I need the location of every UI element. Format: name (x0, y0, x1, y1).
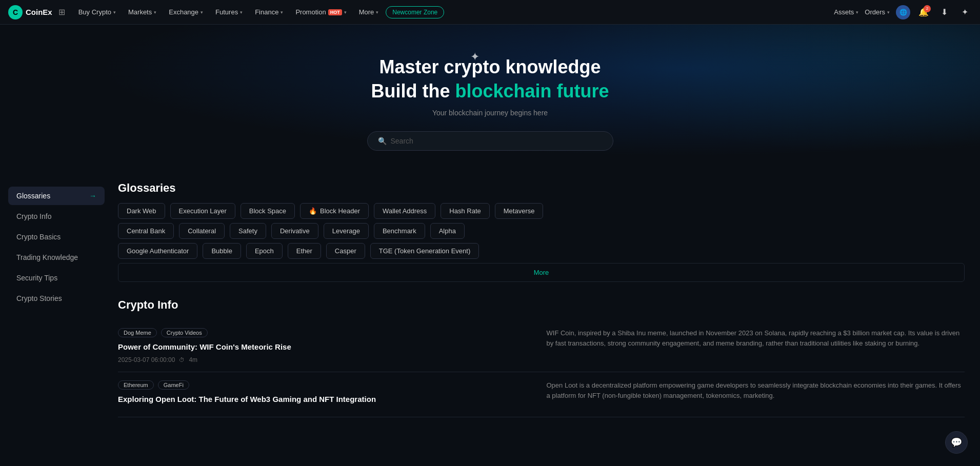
arrow-right-icon: → (89, 192, 96, 200)
chat-button[interactable]: 💬 (945, 431, 968, 454)
hot-badge: HOT (328, 9, 342, 15)
tag-google-authenticator[interactable]: Google Authenticator (118, 243, 197, 259)
orders-button[interactable]: Orders ▾ (865, 8, 890, 16)
tag-ether[interactable]: Ether (288, 243, 321, 259)
notification-badge: 2 (924, 5, 931, 12)
tag-block-header[interactable]: 🔥 Block Header (300, 203, 369, 219)
hero-subtitle: Your blockchain journey begins here (10, 109, 970, 117)
tag-block-space[interactable]: Block Space (241, 203, 295, 219)
tag-casper[interactable]: Casper (326, 243, 365, 259)
main-content: Glossaries → Crypto Info Crypto Basics T… (0, 171, 980, 444)
navbar: C CoinEx ⊞ Buy Crypto ▾ Markets ▾ Exchan… (0, 0, 980, 25)
sidebar-item-crypto-basics[interactable]: Crypto Basics (8, 228, 105, 246)
search-bar[interactable]: 🔍 (367, 131, 613, 151)
tag-collateral[interactable]: Collateral (179, 223, 225, 239)
sidebar-item-glossaries[interactable]: Glossaries → (8, 187, 105, 205)
article-title[interactable]: Exploring Open Loot: The Future of Web3 … (118, 394, 536, 404)
tag-execution-layer[interactable]: Execution Layer (170, 203, 235, 219)
content-area: Glossaries Dark Web Execution Layer Bloc… (113, 181, 980, 434)
avatar[interactable]: 🌐 (896, 5, 910, 19)
glossaries-section: Glossaries Dark Web Execution Layer Bloc… (118, 181, 965, 282)
article-card: Ethereum GameFi Exploring Open Loot: The… (118, 372, 965, 417)
chevron-down-icon: ▾ (154, 10, 156, 15)
star-decoration-1: ✦ (470, 50, 479, 64)
article-left: Dog Meme Crypto Videos Power of Communit… (118, 328, 536, 363)
glossaries-more-link[interactable]: More (118, 263, 965, 282)
assets-button[interactable]: Assets ▾ (834, 8, 858, 16)
crypto-info-title: Crypto Info (118, 298, 965, 312)
chevron-down-icon: ▾ (113, 10, 116, 15)
nav-finance[interactable]: Finance ▾ (250, 5, 288, 19)
tag-epoch[interactable]: Epoch (246, 243, 283, 259)
sidebar-item-crypto-info[interactable]: Crypto Info (8, 207, 105, 226)
article-tag[interactable]: Crypto Videos (161, 328, 208, 337)
article-title[interactable]: Power of Community: WIF Coin's Meteoric … (118, 341, 536, 352)
tag-alpha[interactable]: Alpha (430, 223, 465, 239)
article-left: Ethereum GameFi Exploring Open Loot: The… (118, 380, 536, 409)
search-input[interactable] (391, 137, 603, 145)
tag-leverage[interactable]: Leverage (324, 223, 369, 239)
download-button[interactable]: ⬇ (937, 5, 951, 19)
crypto-info-section: Crypto Info Dog Meme Crypto Videos Power… (118, 298, 965, 417)
article-tags: Dog Meme Crypto Videos (118, 328, 536, 337)
chevron-down-icon: ▾ (240, 10, 243, 15)
nav-buy-crypto[interactable]: Buy Crypto ▾ (73, 5, 121, 19)
sidebar: Glossaries → Crypto Info Crypto Basics T… (0, 181, 113, 434)
tag-benchmark[interactable]: Benchmark (374, 223, 425, 239)
nav-futures[interactable]: Futures ▾ (210, 5, 248, 19)
article-tag[interactable]: GameFi (158, 380, 189, 390)
article-summary: Open Loot is a decentralized platform em… (547, 380, 965, 409)
chevron-down-icon: ▾ (887, 10, 890, 15)
tag-dark-web[interactable]: Dark Web (118, 203, 165, 219)
logo-text: CoinEx (26, 8, 52, 16)
glossaries-row-2: Central Bank Collateral Safety Derivativ… (118, 223, 965, 239)
tag-hash-rate[interactable]: Hash Rate (441, 203, 489, 219)
chevron-down-icon: ▾ (856, 10, 858, 15)
star-decoration-2: ✦ (539, 66, 545, 74)
clock-icon: ⏱ (179, 357, 185, 363)
tag-derivative[interactable]: Derivative (271, 223, 318, 239)
grid-icon[interactable]: ⊞ (58, 7, 65, 17)
hero-section: ✦ ✦ Master crypto knowledge Build the bl… (0, 25, 980, 171)
hero-title: Master crypto knowledge Build the blockc… (10, 55, 970, 104)
glossaries-title: Glossaries (118, 181, 965, 195)
nav-exchange[interactable]: Exchange ▾ (164, 5, 208, 19)
tag-safety[interactable]: Safety (230, 223, 266, 239)
glossaries-row-1: Dark Web Execution Layer Block Space 🔥 B… (118, 203, 965, 219)
nav-links: Buy Crypto ▾ Markets ▾ Exchange ▾ Future… (73, 5, 834, 19)
chevron-down-icon: ▾ (201, 10, 203, 15)
tag-central-bank[interactable]: Central Bank (118, 223, 174, 239)
tag-tge[interactable]: TGE (Token Generation Event) (370, 243, 479, 259)
tag-metaverse[interactable]: Metaverse (495, 203, 544, 219)
chevron-down-icon: ▾ (376, 10, 378, 15)
nav-right: Assets ▾ Orders ▾ 🌐 🔔 2 ⬇ ✦ (834, 5, 972, 19)
article-card: Dog Meme Crypto Videos Power of Communit… (118, 320, 965, 372)
sidebar-item-crypto-stories[interactable]: Crypto Stories (8, 289, 105, 308)
logo[interactable]: C CoinEx (8, 5, 52, 19)
search-icon: 🔍 (378, 137, 387, 145)
tag-wallet-address[interactable]: Wallet Address (374, 203, 435, 219)
newcomer-zone-button[interactable]: Newcomer Zone (386, 6, 444, 18)
nav-markets[interactable]: Markets ▾ (123, 5, 162, 19)
glossaries-row-3: Google Authenticator Bubble Epoch Ether … (118, 243, 965, 259)
chevron-down-icon: ▾ (281, 10, 283, 15)
nav-more[interactable]: More ▾ (354, 5, 384, 19)
chevron-down-icon: ▾ (344, 10, 347, 15)
article-tag[interactable]: Ethereum (118, 380, 154, 390)
logo-icon: C (8, 5, 23, 19)
sidebar-item-trading-knowledge[interactable]: Trading Knowledge (8, 248, 105, 267)
notifications-button[interactable]: 🔔 2 (916, 5, 931, 19)
article-summary: WIF Coin, inspired by a Shiba Inu meme, … (547, 328, 965, 363)
article-tag[interactable]: Dog Meme (118, 328, 157, 337)
article-meta: 2025-03-07 06:00:00 ⏱ 4m (118, 356, 536, 363)
settings-icon[interactable]: ✦ (957, 5, 972, 19)
sidebar-item-security-tips[interactable]: Security Tips (8, 269, 105, 287)
article-tags: Ethereum GameFi (118, 380, 536, 390)
nav-promotion[interactable]: Promotion HOT ▾ (290, 5, 351, 19)
tag-bubble[interactable]: Bubble (203, 243, 241, 259)
